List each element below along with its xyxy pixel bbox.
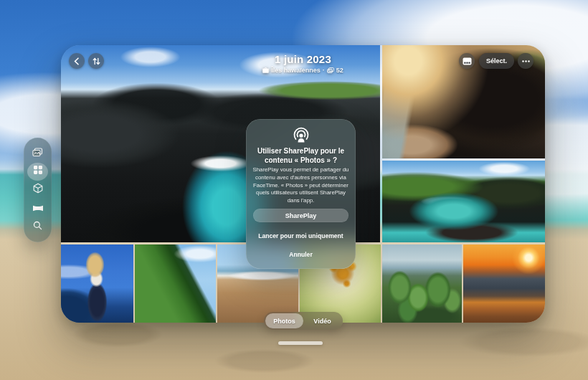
tab-photos[interactable]: Photos	[265, 313, 303, 328]
photo-stack-icon	[327, 67, 334, 73]
select-button-label: Sélect.	[486, 57, 507, 65]
photo-ocean-sunset[interactable]	[463, 244, 545, 323]
ellipsis-icon	[522, 60, 530, 62]
header-subtitle: Îles hawaïennes · 52	[61, 67, 545, 74]
photo-green-cliffs[interactable]	[135, 244, 216, 323]
dialog-title: Utiliser SharePlay pour le contenu « Pho…	[253, 147, 348, 165]
sidebar-item-spatial[interactable]	[27, 181, 48, 199]
photo-count: 52	[336, 67, 343, 74]
grid-icon	[33, 165, 43, 178]
separator-dot: ·	[323, 67, 325, 74]
sidebar-item-panoramas[interactable]	[27, 199, 48, 218]
panorama-icon	[32, 202, 44, 215]
thumbnail-grid-icon	[463, 57, 472, 65]
shareplay-confirm-button[interactable]: SharePlay	[253, 209, 348, 222]
suitcase-icon	[262, 67, 269, 73]
tab-photos-label: Photos	[273, 318, 295, 325]
start-for-me-only-button[interactable]: Lancer pour moi uniquement	[246, 232, 356, 239]
shareplay-icon	[290, 127, 312, 143]
grid-view-button[interactable]	[459, 53, 475, 69]
photo-black-sand-cove[interactable]	[382, 161, 545, 242]
tab-video[interactable]: Vidéo	[303, 313, 341, 328]
dialog-body: SharePlay vous permet de partager du con…	[252, 166, 350, 205]
window-drag-handle[interactable]	[278, 341, 323, 345]
sidebar-item-photos[interactable]	[27, 144, 48, 163]
cancel-button[interactable]: Annuler	[246, 251, 356, 258]
start-for-me-only-label: Lancer pour moi uniquement	[258, 232, 343, 239]
photos-stack-icon	[32, 147, 43, 160]
sidebar-item-search[interactable]	[27, 217, 48, 236]
photo-cactus[interactable]	[382, 244, 462, 323]
cancel-label: Annuler	[289, 251, 312, 258]
sidebar-item-albums[interactable]	[27, 163, 48, 181]
more-button[interactable]	[518, 53, 534, 69]
shareplay-confirm-label: SharePlay	[285, 212, 317, 219]
shareplay-dialog: Utiliser SharePlay pour le contenu « Pho…	[246, 119, 356, 269]
sidebar	[24, 138, 52, 242]
search-icon	[33, 220, 42, 233]
tab-video-label: Vidéo	[313, 318, 331, 325]
media-type-toggle: Photos Vidéo	[264, 312, 343, 330]
photo-woman-on-cliff[interactable]	[61, 244, 133, 323]
location-label: Îles hawaïennes	[271, 67, 321, 74]
cube-icon	[33, 183, 43, 196]
select-button[interactable]: Sélect.	[479, 53, 514, 69]
